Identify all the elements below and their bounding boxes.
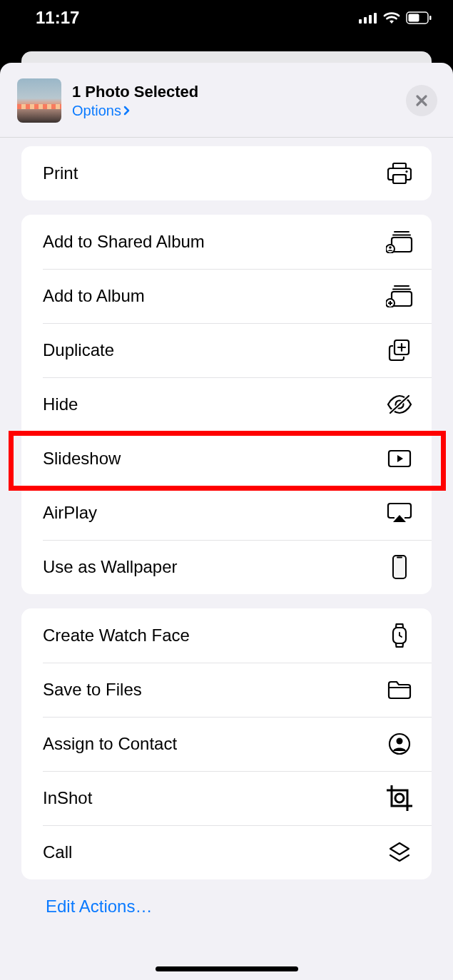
action-label: Save to Files (43, 680, 142, 700)
printer-icon (385, 159, 414, 188)
svg-rect-29 (397, 557, 402, 558)
action-wallpaper[interactable]: Use as Wallpaper (21, 540, 432, 594)
svg-point-14 (389, 246, 392, 249)
shared-album-icon (385, 228, 414, 256)
duplicate-icon (385, 336, 414, 364)
play-box-icon (385, 444, 414, 473)
action-label: Slideshow (43, 449, 121, 469)
action-label: Add to Album (43, 286, 145, 306)
action-hide[interactable]: Hide (21, 377, 432, 432)
action-label: Add to Shared Album (43, 232, 205, 252)
cellular-icon (359, 12, 377, 24)
action-duplicate[interactable]: Duplicate (21, 323, 432, 377)
svg-rect-28 (393, 556, 406, 578)
action-group: Create Watch Face Save to Files Assign t… (21, 608, 432, 879)
action-inshot[interactable]: InShot (21, 771, 432, 825)
action-label: AirPlay (43, 503, 97, 523)
eye-slash-icon (385, 390, 414, 419)
battery-icon (406, 11, 432, 24)
action-group: Print (21, 146, 432, 200)
layers-icon (385, 838, 414, 867)
svg-rect-8 (393, 175, 406, 183)
action-label: Use as Wallpaper (43, 557, 178, 577)
action-watch-face[interactable]: Create Watch Face (21, 608, 432, 663)
inshot-icon (385, 784, 414, 812)
wifi-icon (383, 11, 400, 24)
close-button[interactable] (406, 85, 437, 116)
status-icons (359, 11, 432, 24)
sheet-header: 1 Photo Selected Options (0, 63, 453, 138)
action-call[interactable]: Call (21, 825, 432, 879)
action-label: Call (43, 842, 72, 862)
svg-rect-6 (429, 16, 432, 20)
svg-rect-2 (369, 15, 372, 24)
action-add-album[interactable]: Add to Album (21, 269, 432, 323)
header-title: 1 Photo Selected (72, 83, 406, 101)
watch-icon (385, 621, 414, 650)
action-assign-contact[interactable]: Assign to Contact (21, 717, 432, 771)
action-add-shared-album[interactable]: Add to Shared Album (21, 215, 432, 269)
share-sheet: 1 Photo Selected Options Print Add to Sh… (0, 63, 453, 980)
folder-icon (385, 675, 414, 704)
action-label: InShot (43, 788, 92, 808)
action-label: Create Watch Face (43, 626, 190, 645)
chevron-right-icon (123, 106, 131, 116)
svg-rect-0 (359, 19, 362, 24)
action-print[interactable]: Print (21, 146, 432, 200)
action-group: Add to Shared Album Add to Album Duplica… (21, 215, 432, 594)
close-icon (415, 94, 428, 107)
svg-rect-5 (409, 14, 419, 22)
svg-point-34 (395, 794, 404, 802)
home-indicator[interactable] (156, 966, 298, 971)
contact-icon (385, 730, 414, 758)
photo-thumbnail[interactable] (17, 78, 61, 123)
action-label: Print (43, 163, 78, 183)
action-save-files[interactable]: Save to Files (21, 663, 432, 717)
status-time: 11:17 (36, 8, 79, 28)
action-label: Hide (43, 394, 78, 414)
svg-rect-3 (374, 13, 377, 24)
svg-point-13 (386, 245, 395, 253)
action-airplay[interactable]: AirPlay (21, 486, 432, 540)
action-slideshow[interactable]: Slideshow (21, 432, 432, 486)
svg-point-9 (405, 170, 407, 173)
edit-actions-button[interactable]: Edit Actions… (21, 879, 432, 917)
svg-rect-1 (364, 17, 367, 24)
action-label: Assign to Contact (43, 734, 177, 754)
status-bar: 11:17 (0, 0, 453, 36)
phone-icon (385, 553, 414, 581)
actions-list[interactable]: Print Add to Shared Album Add to Album (0, 138, 453, 980)
options-label: Options (72, 103, 121, 119)
action-label: Duplicate (43, 340, 114, 360)
options-button[interactable]: Options (72, 103, 406, 119)
album-plus-icon (385, 282, 414, 310)
svg-point-33 (397, 738, 403, 745)
airplay-icon (385, 499, 414, 527)
